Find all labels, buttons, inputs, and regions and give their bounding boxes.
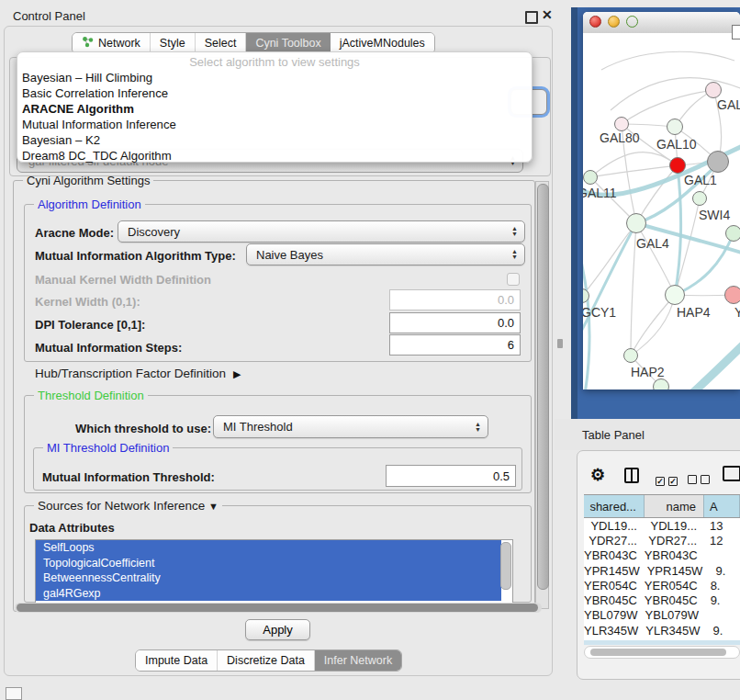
close-traffic-light[interactable] (589, 16, 601, 28)
algorithm-option[interactable]: Bayesian – K2 (17, 132, 532, 148)
float-window-icon[interactable] (525, 11, 538, 24)
table-cell[interactable]: YPR145W (647, 563, 711, 578)
algorithm-option[interactable]: Bayesian – Hill Climbing (17, 70, 532, 85)
table-row[interactable]: YBR043CYBR043C (584, 548, 740, 563)
table-cell[interactable]: 9. (708, 623, 740, 638)
table-header[interactable]: shared... name A (584, 494, 740, 518)
table-cell[interactable]: YBR043C (584, 548, 645, 563)
network-node-y[interactable] (724, 286, 740, 304)
which-threshold-combo[interactable]: MI Threshold ▲▼ (213, 415, 488, 438)
list-scrollbar-thumb[interactable] (500, 542, 511, 590)
network-node[interactable] (725, 225, 740, 242)
table-cell[interactable]: YDL19... (645, 518, 704, 533)
table-mode-icon[interactable] (723, 466, 740, 481)
table-cell[interactable]: 8. (705, 578, 740, 593)
table-cell[interactable]: 9. (710, 563, 740, 578)
table-cell[interactable]: YER054C (645, 578, 705, 593)
algorithm-option[interactable]: Dream8 DC_TDC Algorithm (17, 148, 532, 164)
attribute-list-item[interactable]: gal4RGexp (36, 586, 501, 602)
tab-discretize-data[interactable]: Discretize Data (218, 650, 315, 671)
aracne-mode-combo[interactable]: Discovery ▲▼ (118, 220, 525, 243)
table-cell[interactable]: YBR043C (645, 548, 705, 563)
dpi-tolerance-field[interactable]: 0.0 (389, 312, 521, 333)
data-attributes-list[interactable]: SelfLoopsTopologicalCoefficientBetweenne… (35, 539, 513, 604)
algorithm-option[interactable]: Mutual Information Inference (17, 117, 532, 132)
attribute-list-item[interactable]: SelfLoops (36, 540, 501, 556)
table-cell[interactable]: 9. (705, 593, 740, 607)
network-canvas[interactable]: GALGAL80GAL10GAL1GAL11GAL4SWI4GCY1HAP4YH… (583, 33, 740, 390)
bottom-left-icon[interactable] (6, 687, 22, 700)
network-node-gal11[interactable] (583, 170, 598, 185)
network-node-gal10[interactable] (667, 119, 683, 135)
table-cell[interactable] (706, 608, 740, 623)
tab-style[interactable]: Style (151, 33, 196, 53)
attribute-list-item[interactable]: BetweennessCentrality (36, 570, 501, 586)
table-cell[interactable]: YER054C (584, 578, 645, 593)
kernel-width-field[interactable]: 0.0 (389, 289, 521, 310)
mi-steps-field[interactable]: 6 (389, 334, 521, 356)
network-node-gal1[interactable] (669, 157, 686, 174)
network-node-swi4[interactable] (692, 191, 707, 206)
deselect-all-checkboxes-icon[interactable] (688, 471, 713, 488)
network-tool-box[interactable] (732, 25, 740, 40)
scrollbar-thumb[interactable] (537, 184, 549, 590)
close-icon[interactable]: ✕ (542, 7, 553, 22)
mi-threshold-field[interactable]: 0.5 (386, 465, 516, 487)
gear-icon[interactable]: ⚙ (590, 465, 605, 485)
table-row[interactable]: YDR27...YDR27...12 (584, 533, 740, 548)
table-row[interactable]: YDL19...YDL19...13 (584, 518, 740, 533)
table-cell[interactable]: YPR145W (584, 563, 647, 578)
attribute-list-item[interactable]: TopologicalCoefficient (36, 556, 501, 571)
tab-cyni-toolbox[interactable]: Cyni Toolbox (246, 33, 330, 53)
columns-icon[interactable] (624, 468, 639, 483)
select-all-checkboxes-icon[interactable]: ✓✓ (656, 471, 681, 488)
table-cell[interactable]: YDR27... (584, 533, 645, 548)
tab-select[interactable]: Select (196, 33, 247, 53)
table-row[interactable]: YBL079WYBL079W (584, 608, 740, 623)
zoom-traffic-light[interactable] (626, 16, 638, 28)
node-table[interactable]: shared... name A YDL19...YDL19...13YDR27… (584, 494, 740, 642)
scrollbar-thumb[interactable] (17, 604, 538, 612)
sources-title[interactable]: Sources for Network Inference ▼ (34, 499, 222, 513)
column-header-name[interactable]: name (645, 495, 704, 517)
column-header-partial[interactable]: A (704, 495, 740, 517)
table-cell[interactable] (705, 548, 740, 563)
algorithm-option[interactable]: Basic Correlation Inference (17, 85, 532, 101)
table-cell[interactable]: 13 (704, 518, 740, 533)
network-node-hap2[interactable] (623, 348, 638, 363)
network-node[interactable] (707, 151, 729, 173)
minimize-traffic-light[interactable] (608, 16, 620, 28)
table-body[interactable]: YDL19...YDL19...13YDR27...YDR27...12YBR0… (584, 518, 740, 642)
table-row[interactable]: YBR045CYBR045C9. (584, 593, 740, 607)
tab-impute-data[interactable]: Impute Data (136, 650, 218, 671)
table-cell[interactable]: YDL19... (584, 518, 645, 533)
table-cell[interactable]: YLR345W (584, 623, 645, 638)
table-cell[interactable]: YBL079W (584, 608, 645, 623)
network-window-titlebar[interactable] (583, 12, 740, 34)
algorithm-option[interactable]: ARACNE Algorithm (17, 101, 532, 117)
scrollbar-thumb[interactable] (590, 649, 726, 656)
apply-button[interactable]: Apply (245, 619, 310, 640)
network-node-gal[interactable] (705, 82, 722, 98)
table-cell[interactable]: YBL079W (645, 608, 707, 623)
table-row[interactable]: YLR345WYLR345W9. (584, 623, 740, 638)
column-header-shared[interactable]: shared... (584, 495, 645, 517)
table-row[interactable]: YER054CYER054C8. (584, 578, 740, 593)
settings-horizontal-scrollbar[interactable] (15, 603, 542, 613)
network-node-gal80[interactable] (614, 117, 629, 131)
table-cell[interactable]: YBR045C (645, 593, 705, 607)
table-row[interactable]: YPR145WYPR145W9. (584, 563, 740, 578)
tab-jactivemnodules[interactable]: jActiveMNodules (331, 33, 434, 53)
network-node-gal4[interactable] (626, 213, 646, 233)
manual-kernel-checkbox[interactable] (507, 273, 520, 286)
tab-network[interactable]: Network (73, 33, 151, 53)
settings-vertical-scrollbar[interactable] (535, 181, 549, 609)
hub-section-toggle[interactable]: Hub/Transcription Factor Definition▶ (35, 367, 241, 380)
table-cell[interactable]: YLR345W (645, 623, 707, 638)
split-pane-handle[interactable] (557, 339, 563, 348)
network-node-hap4[interactable] (665, 285, 685, 305)
mi-type-combo[interactable]: Naive Bayes ▲▼ (246, 243, 525, 265)
tab-infer-network[interactable]: Infer Network (315, 650, 401, 671)
table-cell[interactable]: 12 (704, 533, 740, 548)
network-node[interactable] (653, 378, 669, 390)
